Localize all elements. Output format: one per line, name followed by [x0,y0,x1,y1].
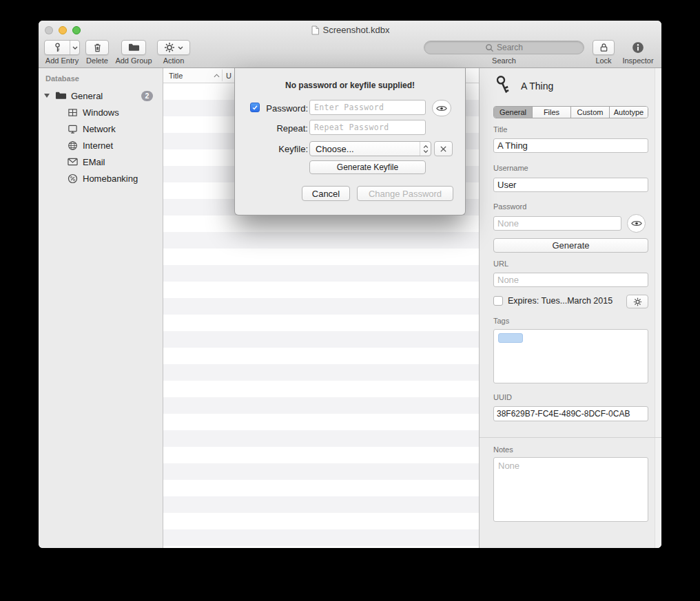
url-field-label: URL [493,260,508,268]
action-label: Action [154,56,193,65]
expires-checkbox[interactable] [493,296,503,306]
username-field-label: Username [493,164,528,172]
inspector-label: Inspector [617,56,659,65]
entry-count-badge: 2 [141,91,153,101]
change-password-button[interactable]: Change Password [357,186,453,201]
tab-files[interactable]: Files [533,107,571,118]
sidebar-item-internet[interactable]: Internet [39,137,163,154]
sidebar-item-windows[interactable]: Windows [39,104,163,120]
trash-icon [92,42,103,53]
entry-key-icon [490,72,516,98]
inspector-tabs: General Files Custom Autotype [493,106,648,118]
document-proxy-icon [311,25,320,35]
change-password-dialog: No password or keyfile supplied! Passwor… [234,68,466,215]
cancel-button[interactable]: Cancel [302,186,350,201]
search-label: Search [424,56,584,65]
lock-icon [599,42,609,53]
globe-icon [66,139,79,151]
sidebar-item-label: Homebanking [83,173,138,184]
reveal-password-button[interactable] [432,100,451,116]
dialog-message: No password or keyfile supplied! [235,81,465,90]
column-divider[interactable] [222,70,223,81]
keyfile-dropdown-value: Choose... [316,144,354,154]
check-icon [251,104,258,111]
expires-label: Expires: Tues...March 2015 [508,296,612,306]
title-field[interactable] [493,138,648,153]
sidebar-item-general[interactable]: General 2 [39,87,163,104]
search-icon [485,43,494,52]
add-group-label: Add Group [110,56,157,65]
sidebar-item-label: Internet [83,140,113,151]
generate-keyfile-button[interactable]: Generate Keyfile [309,160,426,174]
tags-field-label: Tags [493,317,509,325]
inspector-divider [480,437,661,438]
keyfile-label: Keyfile: [262,144,308,154]
sidebar-item-homebanking[interactable]: Homebanking [39,170,163,187]
sidebar-item-label: Windows [83,107,119,118]
url-field[interactable] [493,273,648,287]
password-field[interactable] [493,216,621,231]
column-header-username[interactable]: U [226,72,231,80]
key-icon [45,41,70,54]
windows-icon [66,106,79,118]
search-input[interactable]: Search [424,41,584,54]
username-field[interactable] [493,178,648,192]
inspector-panel: A Thing General Files Custom Autotype Ti… [479,68,661,548]
info-icon [632,41,644,54]
eye-icon [436,105,447,112]
lock-button[interactable] [593,40,615,55]
sidebar-item-network[interactable]: Network [39,120,163,137]
notes-field[interactable] [493,457,648,522]
sidebar-item-label: EMail [83,157,105,167]
sort-ascending-icon [214,74,220,78]
add-group-button[interactable] [121,40,146,55]
inspector-toggle-button[interactable] [632,41,644,54]
clear-keyfile-button[interactable] [434,141,453,156]
gear-icon [164,42,175,53]
disclosure-triangle-icon[interactable] [44,94,50,98]
sidebar-item-email[interactable]: EMail [39,154,163,170]
chevron-down-icon [178,46,183,50]
reveal-password-button[interactable] [627,214,646,233]
expires-settings-button[interactable] [626,295,648,308]
inspector-scrollbar[interactable] [655,68,661,548]
close-x-icon [440,145,447,153]
lock-label: Lock [587,56,620,65]
repeat-password-input[interactable] [309,120,426,135]
tab-autotype[interactable]: Autotype [610,107,648,118]
delete-label: Delete [83,56,112,65]
popup-stepper-icon [420,142,431,156]
password-label: Password: [262,103,308,114]
column-header-title[interactable]: Title [169,72,183,80]
repeat-label: Repeat: [262,123,308,134]
chevron-down-icon[interactable] [70,41,79,54]
eye-icon [631,220,642,227]
folder-icon [54,89,67,102]
sidebar-section-header: Database [45,74,79,83]
sidebar-item-label: Network [83,124,116,134]
password-checkbox[interactable] [250,103,260,112]
uuid-field[interactable] [493,406,648,421]
delete-button[interactable] [85,40,109,55]
tags-box[interactable] [493,329,648,383]
generate-password-button[interactable]: Generate [493,238,648,253]
entry-title: A Thing [521,81,553,92]
app-window: Screenshot.kdbx Add Entry Delete Add [39,21,661,548]
keyfile-dropdown[interactable]: Choose... [309,141,431,156]
tag-chip[interactable] [498,333,523,343]
sidebar-item-label: General [71,91,103,101]
password-input[interactable] [309,100,426,115]
tab-custom[interactable]: Custom [571,107,610,118]
password-field-label: Password [493,202,526,211]
action-button[interactable] [157,40,190,55]
folder-icon [128,43,140,52]
envelope-icon [66,156,79,168]
monitor-icon [66,123,79,135]
tab-general[interactable]: General [494,107,533,118]
window-title: Screenshot.kdbx [323,25,390,35]
add-entry-button[interactable] [44,40,80,55]
group-sidebar: Database General 2 Windows Network [39,68,163,548]
title-field-label: Title [493,125,507,134]
window-title-bar: Screenshot.kdbx [39,25,661,35]
add-entry-label: Add Entry [41,56,83,65]
